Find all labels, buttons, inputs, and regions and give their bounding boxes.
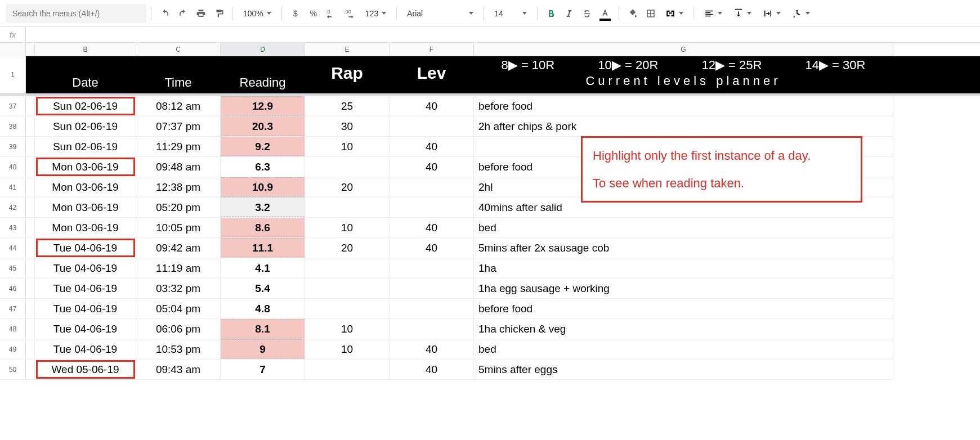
- text-color-button[interactable]: [597, 6, 613, 21]
- note-cell[interactable]: before food: [474, 299, 893, 319]
- row-number[interactable]: 44: [0, 238, 26, 258]
- rap-cell[interactable]: [305, 197, 390, 218]
- time-cell[interactable]: 12:38 pm: [136, 177, 221, 197]
- reading-cell[interactable]: 4.1: [221, 258, 305, 279]
- rap-cell[interactable]: [305, 299, 390, 319]
- rap-cell[interactable]: 10: [305, 319, 390, 339]
- row-number[interactable]: 43: [0, 218, 26, 238]
- cell[interactable]: [26, 238, 35, 258]
- note-cell[interactable]: before food: [474, 96, 893, 116]
- font-size-combo[interactable]: 14: [491, 6, 530, 21]
- rap-cell[interactable]: 20: [305, 238, 390, 258]
- col-header[interactable]: D: [221, 43, 305, 56]
- row-number[interactable]: 38: [0, 116, 26, 137]
- date-cell[interactable]: Tue 04-06-19: [35, 319, 136, 339]
- lev-cell[interactable]: [390, 116, 474, 137]
- row-number[interactable]: 46: [0, 279, 26, 299]
- lev-cell[interactable]: 40: [390, 238, 474, 258]
- time-cell[interactable]: 11:29 pm: [136, 137, 221, 157]
- cell[interactable]: [26, 96, 35, 116]
- time-cell[interactable]: 10:05 pm: [136, 218, 221, 238]
- text-wrap-button[interactable]: [759, 6, 784, 21]
- rap-cell[interactable]: [305, 258, 390, 279]
- cell[interactable]: [26, 116, 35, 137]
- header-time[interactable]: Time: [136, 56, 221, 93]
- menu-search-input[interactable]: [11, 8, 141, 19]
- currency-button[interactable]: $: [288, 6, 303, 21]
- lev-cell[interactable]: [390, 279, 474, 299]
- row-number[interactable]: 37: [0, 96, 26, 116]
- rap-cell[interactable]: 10: [305, 339, 390, 360]
- time-cell[interactable]: 09:42 am: [136, 238, 221, 258]
- note-cell[interactable]: 2h after chips & pork: [474, 116, 893, 137]
- reading-cell[interactable]: 8.1: [221, 319, 305, 339]
- row-number[interactable]: 47: [0, 299, 26, 319]
- header-planner[interactable]: 8▶ = 10R 10▶ = 20R 12▶ = 25R 14▶ = 30R C…: [474, 56, 893, 93]
- reading-cell[interactable]: 4.8: [221, 299, 305, 319]
- cell[interactable]: [26, 360, 35, 380]
- lev-cell[interactable]: [390, 319, 474, 339]
- lev-cell[interactable]: 40: [390, 157, 474, 177]
- reading-cell[interactable]: 3.2: [221, 197, 305, 218]
- font-combo[interactable]: Arial: [404, 6, 477, 21]
- borders-button[interactable]: [643, 6, 659, 21]
- percent-button[interactable]: %: [306, 6, 321, 21]
- date-cell[interactable]: Mon 03-06-19: [35, 157, 136, 177]
- reading-cell[interactable]: 9: [221, 339, 305, 360]
- header-rap[interactable]: Rap: [305, 56, 390, 93]
- rap-cell[interactable]: [305, 279, 390, 299]
- italic-button[interactable]: [561, 6, 577, 21]
- date-cell[interactable]: Mon 03-06-19: [35, 197, 136, 218]
- cell[interactable]: [26, 319, 35, 339]
- col-header[interactable]: B: [35, 43, 136, 56]
- redo-button[interactable]: [175, 6, 191, 21]
- select-all-corner[interactable]: [0, 43, 26, 56]
- col-header[interactable]: E: [305, 43, 390, 56]
- time-cell[interactable]: 09:43 am: [136, 360, 221, 380]
- decrease-decimal-button[interactable]: .0: [324, 6, 339, 21]
- time-cell[interactable]: 08:12 am: [136, 96, 221, 116]
- reading-cell[interactable]: 10.9: [221, 177, 305, 197]
- rap-cell[interactable]: 25: [305, 96, 390, 116]
- formula-input[interactable]: [26, 27, 980, 42]
- cell[interactable]: [26, 339, 35, 360]
- merge-cells-button[interactable]: [662, 6, 687, 21]
- date-cell[interactable]: Sun 02-06-19: [35, 137, 136, 157]
- time-cell[interactable]: 11:19 am: [136, 258, 221, 279]
- cell[interactable]: [26, 157, 35, 177]
- cell[interactable]: [26, 258, 35, 279]
- note-cell[interactable]: 1ha egg sausage + working: [474, 279, 893, 299]
- date-cell[interactable]: Sun 02-06-19: [35, 116, 136, 137]
- lev-cell[interactable]: 40: [390, 339, 474, 360]
- text-rotation-button[interactable]: [789, 6, 813, 21]
- date-cell[interactable]: Tue 04-06-19: [35, 299, 136, 319]
- date-cell[interactable]: Tue 04-06-19: [35, 258, 136, 279]
- lev-cell[interactable]: [390, 299, 474, 319]
- menu-search[interactable]: [6, 4, 146, 23]
- increase-decimal-button[interactable]: .00: [342, 6, 359, 21]
- reading-cell[interactable]: 11.1: [221, 238, 305, 258]
- cell[interactable]: [26, 299, 35, 319]
- paint-format-button[interactable]: [211, 6, 227, 21]
- note-cell[interactable]: bed: [474, 339, 893, 360]
- date-cell[interactable]: Wed 05-06-19: [35, 360, 136, 380]
- lev-cell[interactable]: [390, 258, 474, 279]
- time-cell[interactable]: 06:06 pm: [136, 319, 221, 339]
- horizontal-align-button[interactable]: [701, 6, 726, 21]
- reading-cell[interactable]: 6.3: [221, 157, 305, 177]
- date-cell[interactable]: Tue 04-06-19: [35, 279, 136, 299]
- cell[interactable]: [26, 218, 35, 238]
- col-header[interactable]: F: [390, 43, 474, 56]
- cell[interactable]: [26, 177, 35, 197]
- note-cell[interactable]: 1ha chicken & veg: [474, 319, 893, 339]
- reading-cell[interactable]: 12.9: [221, 96, 305, 116]
- time-cell[interactable]: 03:32 pm: [136, 279, 221, 299]
- header-lev[interactable]: Lev: [390, 56, 474, 93]
- print-button[interactable]: [193, 6, 209, 21]
- col-header[interactable]: G: [474, 43, 893, 56]
- more-formats-combo[interactable]: 123: [362, 6, 390, 21]
- note-cell[interactable]: 5mins after 2x sausage cob: [474, 238, 893, 258]
- lev-cell[interactable]: [390, 177, 474, 197]
- cell[interactable]: [26, 197, 35, 218]
- undo-button[interactable]: [157, 6, 173, 21]
